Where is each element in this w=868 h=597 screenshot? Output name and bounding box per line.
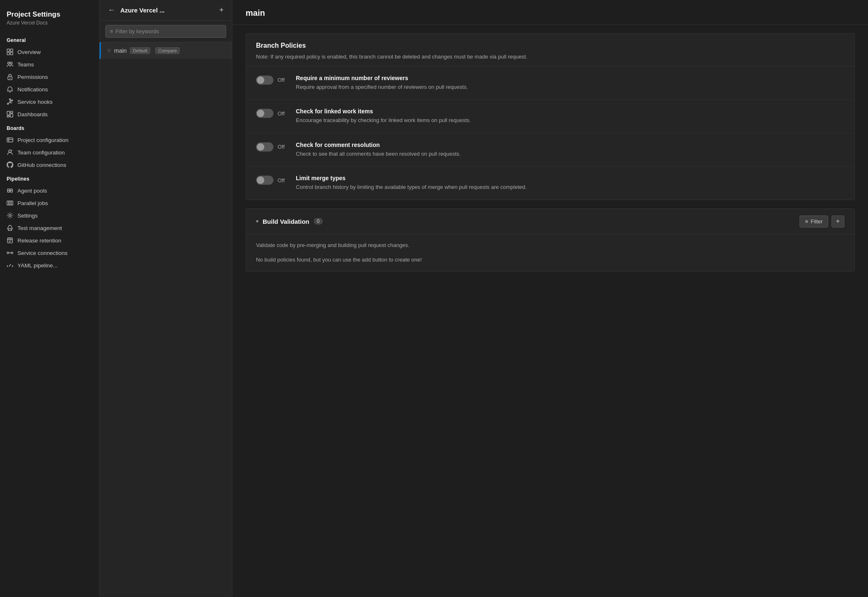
sidebar-item-label: Teams xyxy=(17,61,34,68)
connection-icon xyxy=(7,250,13,256)
sidebar-item-permissions[interactable]: Permissions xyxy=(0,71,99,83)
toggle-comment-resolution[interactable] xyxy=(256,142,273,152)
policy-desc-merge-types: Control branch history by limiting the a… xyxy=(296,183,844,191)
svg-rect-0 xyxy=(7,49,10,51)
hook-icon xyxy=(7,98,13,105)
svg-rect-14 xyxy=(7,116,10,117)
grid-icon xyxy=(7,49,13,55)
sidebar-item-github-connections[interactable]: GitHub connections xyxy=(0,159,99,171)
policy-title-min-reviewers: Require a minimum number of reviewers xyxy=(296,75,844,81)
branch-badge-default: Default xyxy=(130,47,150,54)
sidebar-item-label: Service hooks xyxy=(17,99,53,105)
toggle-label-min-reviewers: Off xyxy=(278,77,288,83)
sidebar-item-service-hooks[interactable]: Service hooks xyxy=(0,95,99,108)
middle-header: ← Azure Vercel ... + xyxy=(100,0,232,21)
build-description: Validate code by pre-merging and buildin… xyxy=(256,241,844,250)
sidebar-item-project-configuration[interactable]: Project configuration xyxy=(0,134,99,146)
toggle-container-comment-resolution: Off xyxy=(256,142,288,152)
sidebar-item-test-management[interactable]: Test management xyxy=(0,222,99,234)
filter-input-wrapper[interactable]: ≡ Filter by keywords xyxy=(105,25,226,38)
gear-icon xyxy=(7,212,13,219)
yaml-icon xyxy=(7,262,13,269)
sidebar-item-label: Team configuration xyxy=(17,149,65,156)
toggle-min-reviewers[interactable] xyxy=(256,76,273,85)
sidebar-item-overview[interactable]: Overview xyxy=(0,46,99,58)
svg-point-8 xyxy=(7,103,9,105)
policy-info-min-reviewers: Require a minimum number of reviewers Re… xyxy=(296,75,844,91)
branch-icon: ⑂ xyxy=(107,47,111,54)
policy-title-merge-types: Limit merge types xyxy=(296,175,844,181)
sidebar-item-label: Dashboards xyxy=(17,111,48,117)
build-validation-actions: ≡ Filter + xyxy=(800,215,844,228)
sidebar-item-dashboards[interactable]: Dashboards xyxy=(0,108,99,120)
svg-rect-3 xyxy=(10,52,13,55)
sidebar-item-team-configuration[interactable]: Team configuration xyxy=(0,146,99,159)
branch-name: main xyxy=(114,47,127,54)
chevron-down-icon: ▾ xyxy=(256,218,258,224)
retention-icon xyxy=(7,237,13,244)
sidebar-item-label: Settings xyxy=(17,213,38,219)
build-filter-label: Filter xyxy=(811,218,823,225)
build-add-button[interactable]: + xyxy=(831,215,844,228)
sidebar-item-agent-pools[interactable]: Agent pools xyxy=(0,184,99,197)
section-label-general: General xyxy=(0,32,99,46)
policy-row-merge-types: Off Limit merge types Control branch his… xyxy=(246,166,854,200)
sidebar-item-label: Parallel jobs xyxy=(17,200,48,206)
section-label-pipelines: Pipelines xyxy=(0,171,99,184)
main-title: main xyxy=(246,8,855,18)
policy-info-merge-types: Limit merge types Control branch history… xyxy=(296,175,844,191)
policy-row-linked-work-items: Off Check for linked work items Encourag… xyxy=(246,100,854,133)
toggle-label-linked-work-items: Off xyxy=(278,110,288,117)
sidebar-title: Project Settings xyxy=(7,10,93,19)
main-content: main Branch Policies Note: If any requir… xyxy=(232,0,868,597)
sidebar-item-parallel-jobs[interactable]: Parallel jobs xyxy=(0,197,99,209)
svg-point-4 xyxy=(8,62,10,64)
build-validation-body: Validate code by pre-merging and buildin… xyxy=(246,235,854,271)
parallel-icon xyxy=(7,200,13,206)
branch-item-main[interactable]: ⑂ main Default Compare xyxy=(100,42,232,59)
svg-rect-23 xyxy=(9,201,11,205)
svg-rect-11 xyxy=(7,111,10,115)
svg-point-34 xyxy=(11,252,13,254)
toggle-linked-work-items[interactable] xyxy=(256,109,273,118)
toggle-container-min-reviewers: Off xyxy=(256,75,288,85)
build-filter-button[interactable]: ≡ Filter xyxy=(800,215,828,228)
svg-rect-2 xyxy=(7,52,10,55)
add-branch-button[interactable]: + xyxy=(217,6,225,15)
sidebar-item-label: Permissions xyxy=(17,74,48,80)
agent-icon xyxy=(7,187,13,194)
svg-point-25 xyxy=(9,215,11,217)
svg-rect-22 xyxy=(7,201,9,205)
sidebar-item-teams[interactable]: Teams xyxy=(0,58,99,71)
policy-row-min-reviewers: Off Require a minimum number of reviewer… xyxy=(246,66,854,100)
sidebar-item-settings[interactable]: Settings xyxy=(0,209,99,222)
svg-point-18 xyxy=(9,150,11,152)
sidebar-item-release-retention[interactable]: Release retention xyxy=(0,234,99,247)
toggle-merge-types[interactable] xyxy=(256,176,273,185)
sidebar-header: Project Settings Azure Vercel Docs xyxy=(0,7,99,32)
toggle-container-merge-types: Off xyxy=(256,175,288,185)
sidebar-item-label: Service connections xyxy=(17,250,68,256)
back-button[interactable]: ← xyxy=(106,6,117,15)
branch-policies-header: Branch Policies Note: If any required po… xyxy=(246,34,854,66)
section-label-boards: Boards xyxy=(0,120,99,134)
dashboard-icon xyxy=(7,111,13,117)
sidebar-item-notifications[interactable]: Notifications xyxy=(0,83,99,95)
policy-info-linked-work-items: Check for linked work items Encourage tr… xyxy=(296,108,844,125)
svg-point-7 xyxy=(10,78,10,78)
svg-rect-24 xyxy=(11,201,13,205)
filter-bar: ≡ Filter by keywords xyxy=(100,21,232,42)
middle-panel: ← Azure Vercel ... + ≡ Filter by keyword… xyxy=(100,0,232,597)
build-validation-section: ▾ Build Validation 0 ≡ Filter + Validate… xyxy=(246,208,855,272)
sidebar-item-service-connections[interactable]: Service connections xyxy=(0,247,99,259)
toggle-label-merge-types: Off xyxy=(278,177,288,184)
svg-line-36 xyxy=(9,264,11,267)
test-icon xyxy=(7,225,13,231)
svg-point-5 xyxy=(10,62,12,64)
toggle-container-linked-work-items: Off xyxy=(256,108,288,118)
sidebar: Project Settings Azure Vercel Docs Gener… xyxy=(0,0,100,597)
policy-row-comment-resolution: Off Check for comment resolution Check t… xyxy=(246,133,854,167)
project-config-icon xyxy=(7,137,13,143)
policy-desc-min-reviewers: Require approval from a specified number… xyxy=(296,83,844,91)
sidebar-item-yaml-pipeline[interactable]: YAML pipeline... xyxy=(0,259,99,272)
